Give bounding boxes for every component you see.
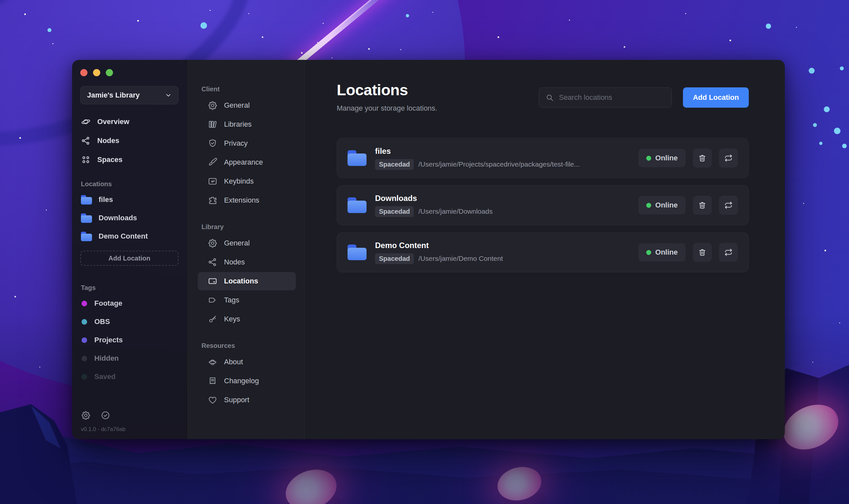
folder-icon bbox=[81, 213, 92, 223]
status-label: Online bbox=[655, 154, 678, 162]
sidebar-tag-projects[interactable]: Projects bbox=[72, 331, 186, 349]
folder-icon bbox=[348, 245, 366, 260]
settings-item-extensions[interactable]: Extensions bbox=[198, 191, 296, 210]
settings-item-label: Nodes bbox=[224, 258, 245, 266]
status-badge: Online bbox=[638, 243, 686, 262]
status-badge: Online bbox=[638, 149, 686, 167]
key-icon bbox=[208, 314, 218, 324]
sidebar-nav: Overview Nodes Spaces bbox=[72, 112, 186, 169]
add-location-button[interactable]: Add Location bbox=[683, 87, 749, 108]
settings-item-keys[interactable]: Keys bbox=[198, 310, 296, 328]
delete-location-button[interactable] bbox=[693, 196, 712, 215]
location-row-files[interactable]: files Spacedad /Users/jamie/Projects/spa… bbox=[337, 138, 749, 178]
settings-item-client-general[interactable]: General bbox=[198, 96, 296, 114]
settings-item-label: General bbox=[224, 101, 249, 110]
zoom-button[interactable] bbox=[106, 69, 113, 76]
online-dot bbox=[646, 250, 651, 255]
settings-item-label: About bbox=[224, 358, 243, 366]
stars-decoration bbox=[0, 0, 1, 1]
sidebar-item-spaces[interactable]: Spaces bbox=[72, 150, 186, 169]
section-title: Client bbox=[202, 86, 304, 93]
folder-icon bbox=[81, 232, 92, 241]
spacedrive-window: Jamie's Library Overview Nodes bbox=[72, 60, 785, 439]
location-row-demo-content[interactable]: Demo Content Spacedad /Users/jamie/Demo … bbox=[337, 232, 749, 272]
library-switcher[interactable]: Jamie's Library bbox=[80, 86, 178, 104]
trash-icon bbox=[698, 201, 707, 210]
section-title: Library bbox=[202, 223, 304, 231]
page-title: Locations bbox=[337, 81, 437, 99]
check-circle-icon[interactable] bbox=[101, 410, 110, 420]
location-row-downloads[interactable]: Downloads Spacedad /Users/jamie/Download… bbox=[337, 185, 749, 225]
settings-item-locations[interactable]: Locations bbox=[198, 272, 296, 290]
location-label: files bbox=[99, 195, 113, 204]
page-subtitle: Manage your storage locations. bbox=[337, 104, 437, 112]
sidebar-location-downloads[interactable]: Downloads bbox=[72, 209, 186, 227]
search-locations-field[interactable] bbox=[539, 87, 672, 108]
sidebar-item-label: Nodes bbox=[97, 137, 119, 145]
delete-location-button[interactable] bbox=[693, 148, 712, 167]
gear-icon[interactable] bbox=[81, 410, 91, 420]
rescan-location-button[interactable] bbox=[719, 243, 738, 262]
settings-item-library-general[interactable]: General bbox=[198, 234, 296, 252]
sidebar-tag-saved[interactable]: Saved bbox=[72, 367, 186, 386]
sidebar-location-demo-content[interactable]: Demo Content bbox=[72, 227, 186, 246]
window-controls bbox=[72, 69, 186, 76]
settings-item-libraries[interactable]: Libraries bbox=[198, 115, 296, 133]
search-icon bbox=[545, 93, 554, 102]
settings-item-about[interactable]: About bbox=[198, 353, 296, 371]
settings-item-tags[interactable]: Tags bbox=[198, 291, 296, 309]
settings-item-keybinds[interactable]: Keybinds bbox=[198, 172, 296, 191]
gear-icon bbox=[208, 238, 218, 248]
online-dot bbox=[646, 203, 651, 208]
location-label: Downloads bbox=[99, 214, 137, 222]
tag-color-dot bbox=[82, 338, 87, 343]
tag-color-dot bbox=[82, 356, 87, 361]
nodes-icon bbox=[81, 136, 91, 146]
sidebar-tag-hidden[interactable]: Hidden bbox=[72, 349, 186, 367]
books-icon bbox=[208, 120, 218, 129]
puzzle-icon bbox=[208, 195, 218, 205]
sidebar-tag-obs[interactable]: OBS bbox=[72, 312, 186, 331]
cyan-stars-decoration bbox=[0, 0, 4, 4]
folder-icon bbox=[348, 197, 366, 213]
close-button[interactable] bbox=[80, 69, 87, 76]
settings-item-label: Changelog bbox=[224, 377, 259, 385]
settings-item-changelog[interactable]: Changelog bbox=[198, 372, 296, 390]
settings-item-appearance[interactable]: Appearance bbox=[198, 153, 296, 172]
tag-label: OBS bbox=[94, 318, 110, 326]
settings-item-support[interactable]: Support bbox=[198, 391, 296, 409]
settings-item-label: Keys bbox=[224, 315, 240, 323]
pink-crystal-glow bbox=[494, 463, 545, 504]
sidebar-location-files[interactable]: files bbox=[72, 191, 186, 209]
settings-item-label: Extensions bbox=[224, 196, 259, 204]
node-badge: Spacedad bbox=[375, 159, 414, 170]
sidebar-add-location-button[interactable]: Add Location bbox=[80, 251, 178, 266]
spaces-grid-icon bbox=[81, 155, 91, 165]
location-path: /Users/jamie/Demo Content bbox=[418, 255, 503, 263]
sidebar-item-nodes[interactable]: Nodes bbox=[72, 131, 186, 150]
settings-item-library-nodes[interactable]: Nodes bbox=[198, 253, 296, 271]
minimize-button[interactable] bbox=[93, 69, 100, 76]
trash-icon bbox=[698, 248, 707, 257]
tag-color-dot bbox=[82, 301, 87, 306]
settings-item-label: Libraries bbox=[224, 120, 252, 129]
sidebar-item-overview[interactable]: Overview bbox=[72, 112, 186, 131]
tag-color-dot bbox=[82, 319, 87, 325]
main-header: Locations Manage your storage locations.… bbox=[337, 81, 749, 112]
search-input[interactable] bbox=[559, 93, 665, 102]
sidebar-tag-footage[interactable]: Footage bbox=[72, 294, 186, 312]
paintbrush-icon bbox=[208, 158, 218, 167]
delete-location-button[interactable] bbox=[693, 243, 712, 262]
location-label: Demo Content bbox=[99, 232, 148, 240]
rescan-location-button[interactable] bbox=[719, 196, 738, 215]
tags-section-header: Tags bbox=[81, 284, 186, 292]
folder-icon bbox=[348, 150, 366, 166]
chevron-down-icon bbox=[164, 91, 173, 100]
card-icon bbox=[208, 276, 218, 286]
settings-item-label: Privacy bbox=[224, 139, 248, 148]
shield-icon bbox=[208, 139, 218, 148]
settings-item-privacy[interactable]: Privacy bbox=[198, 134, 296, 152]
status-label: Online bbox=[655, 201, 678, 210]
rescan-location-button[interactable] bbox=[719, 148, 738, 167]
main-content: Locations Manage your storage locations.… bbox=[305, 60, 785, 439]
